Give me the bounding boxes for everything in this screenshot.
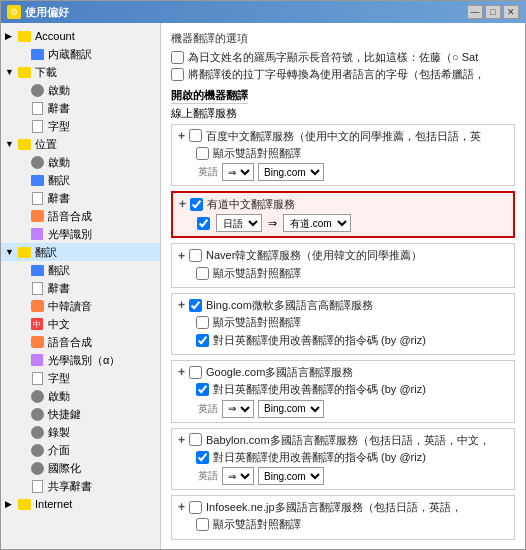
- plus-icon-google[interactable]: +: [178, 365, 185, 379]
- sidebar-item-shared[interactable]: 共享辭書: [1, 477, 160, 495]
- label-dual-baidu: 顯示雙語對照翻譯: [213, 146, 301, 160]
- service-block-bing: + Bing.com微軟多國語言高翻譯服務 顯示雙語對照翻譯 對日英翻譯使用改善…: [171, 293, 515, 355]
- site-lang-google: 英語: [198, 402, 218, 416]
- checkbox-babylon[interactable]: [189, 433, 202, 446]
- checkbox-dual-naver[interactable]: [196, 267, 209, 280]
- sidebar-item-jisho2[interactable]: 辭書: [1, 189, 160, 207]
- service-block-babylon: + Babylon.com多國語言翻譯服務（包括日語，英語，中文， 對日英翻譯使…: [171, 428, 515, 491]
- checkbox-dual-baidu[interactable]: [196, 147, 209, 160]
- sidebar-item-ocr1[interactable]: 光學識別: [1, 225, 160, 243]
- plus-icon-infoseek[interactable]: +: [178, 500, 185, 514]
- site-dest-youdao[interactable]: 有道.com: [283, 214, 351, 232]
- sidebar-item-internet[interactable]: ▶ Internet: [1, 495, 160, 513]
- site-destination-baidu[interactable]: Bing.com: [258, 163, 324, 181]
- label-on: 中韓讀音: [48, 299, 92, 314]
- sidebar-item-honyaku-sub[interactable]: 翻訳: [1, 261, 160, 279]
- sidebar-item-jitai1[interactable]: 字型: [1, 117, 160, 135]
- folder-icon-ichi: [16, 136, 32, 152]
- cmd-row-bing: 對日英翻譯使用改善翻譯的指令碼 (by @riz): [196, 333, 508, 347]
- checkbox-youdao[interactable]: [190, 198, 203, 211]
- cmd-row-google: 對日英翻譯使用改善翻譯的指令碼 (by @riz): [196, 382, 508, 396]
- site-dest-babylon[interactable]: Bing.com: [258, 467, 324, 485]
- site-dest-google[interactable]: Bing.com: [258, 400, 324, 418]
- sidebar-item-naibu[interactable]: 内蔵翻訳: [1, 45, 160, 63]
- label-jisho2: 辭書: [48, 191, 70, 206]
- service-header-infoseek: + Infoseek.ne.jp多國語言翻譯服務（包括日語，英語，: [178, 500, 508, 514]
- arrow-select-google[interactable]: ⇒: [222, 400, 254, 418]
- checkbox-cmd-google[interactable]: [196, 383, 209, 396]
- checkbox-google[interactable]: [189, 366, 202, 379]
- label-naibu: 内蔵翻訳: [48, 47, 92, 62]
- window-icon: ⚙: [7, 5, 21, 19]
- title-bar: ⚙ 使用偏好 — □ ✕: [1, 1, 525, 23]
- label-kido2: 啟動: [48, 155, 70, 170]
- online-services-label: 線上翻譯服務: [171, 106, 515, 121]
- checkbox-romanize[interactable]: [171, 51, 184, 64]
- sidebar-item-shortcut[interactable]: 快捷鍵: [1, 405, 160, 423]
- sidebar-item-kido2[interactable]: 啟動: [1, 153, 160, 171]
- sidebar-item-jitai2[interactable]: 字型: [1, 369, 160, 387]
- label-naver: Naver韓文翻譯服務（使用韓文的同學推薦）: [206, 248, 422, 262]
- lang-row-youdao: 日語 ⇒ 有道.com: [197, 214, 507, 232]
- plus-icon-babylon[interactable]: +: [178, 433, 185, 447]
- plus-icon-naver[interactable]: +: [178, 249, 185, 263]
- folder-icon-internet: [16, 496, 32, 512]
- plus-icon-youdao[interactable]: +: [179, 197, 186, 211]
- sidebar-item-ichi[interactable]: ▼ 位置: [1, 135, 160, 153]
- sidebar-item-intl[interactable]: 國際化: [1, 459, 160, 477]
- checkbox-infoseek[interactable]: [189, 501, 202, 514]
- gear-icon-intl: [29, 460, 45, 476]
- checkbox-cmd-babylon[interactable]: [196, 451, 209, 464]
- speech-icon-s2: [29, 334, 45, 350]
- sidebar-item-ocr2[interactable]: 光學識別（α）: [1, 351, 160, 369]
- label-infoseek: Infoseek.ne.jp多國語言翻譯服務（包括日語，英語，: [206, 500, 462, 514]
- checkbox-dual-infoseek[interactable]: [196, 518, 209, 531]
- dual-row-infoseek: 顯示雙語對照翻譯: [196, 517, 508, 531]
- checkbox-lang-youdao[interactable]: [197, 217, 210, 230]
- sidebar-item-jisho1[interactable]: 辭書: [1, 99, 160, 117]
- checkbox-dual-bing[interactable]: [196, 316, 209, 329]
- label-panel: 介面: [48, 443, 70, 458]
- site-select-baidu[interactable]: ⇒: [222, 163, 254, 181]
- dual-row-baidu: 顯示雙語對照翻譯: [196, 146, 508, 160]
- plus-icon-bing[interactable]: +: [178, 298, 185, 312]
- arrow-youdao: ⇒: [268, 217, 277, 230]
- ocr-icon-o1: [29, 226, 45, 242]
- sidebar-item-speech2[interactable]: 語音合成: [1, 333, 160, 351]
- lang-select-youdao[interactable]: 日語: [216, 214, 262, 232]
- sidebar-item-kido3[interactable]: 啟動: [1, 387, 160, 405]
- sidebar-item-panel[interactable]: 介面: [1, 441, 160, 459]
- sidebar-item-jisho3[interactable]: 辭書: [1, 279, 160, 297]
- gear-icon-shortcut: [29, 406, 45, 422]
- checkbox-bing[interactable]: [189, 299, 202, 312]
- arrow-select-babylon[interactable]: ⇒: [222, 467, 254, 485]
- service-header-youdao: + 有道中文翻譯服務: [179, 197, 507, 211]
- open-mt-title: 開啟的機器翻譯: [171, 89, 248, 104]
- sidebar-item-on[interactable]: 中韓讀音: [1, 297, 160, 315]
- checkbox-baidu[interactable]: [189, 129, 202, 142]
- checkbox-cmd-bing[interactable]: [196, 334, 209, 347]
- expand-arrow-account: ▶: [5, 31, 15, 41]
- label-cmd-babylon: 對日英翻譯使用改善翻譯的指令碼 (by @riz): [213, 450, 426, 464]
- sidebar-item-speech1[interactable]: 語音合成: [1, 207, 160, 225]
- sidebar-item-record[interactable]: 錄製: [1, 423, 160, 441]
- sidebar-item-honyaku-main[interactable]: ▼ 翻訳: [1, 243, 160, 261]
- doc-icon-j3: [29, 280, 45, 296]
- service-block-infoseek: + Infoseek.ne.jp多國語言翻譯服務（包括日語，英語， 顯示雙語對照…: [171, 495, 515, 540]
- checkbox-naver[interactable]: [189, 249, 202, 262]
- minimize-button[interactable]: —: [467, 5, 483, 19]
- label-youdao: 有道中文翻譯服務: [207, 197, 295, 211]
- gear-icon-record: [29, 424, 45, 440]
- close-button[interactable]: ✕: [503, 5, 519, 19]
- sidebar-item-honyaku1[interactable]: 翻訳: [1, 171, 160, 189]
- title-buttons: — □ ✕: [467, 5, 519, 19]
- sidebar-item-account[interactable]: ▶ Account: [1, 27, 160, 45]
- sidebar-item-chinese[interactable]: 中 中文: [1, 315, 160, 333]
- label-internet: Internet: [35, 498, 72, 510]
- plus-icon-baidu[interactable]: +: [178, 129, 185, 143]
- gear-icon-kido2: [29, 154, 45, 170]
- sidebar-item-kido1[interactable]: 啟動: [1, 81, 160, 99]
- sidebar-item-download[interactable]: ▼ 下載: [1, 63, 160, 81]
- checkbox-latin[interactable]: [171, 68, 184, 81]
- maximize-button[interactable]: □: [485, 5, 501, 19]
